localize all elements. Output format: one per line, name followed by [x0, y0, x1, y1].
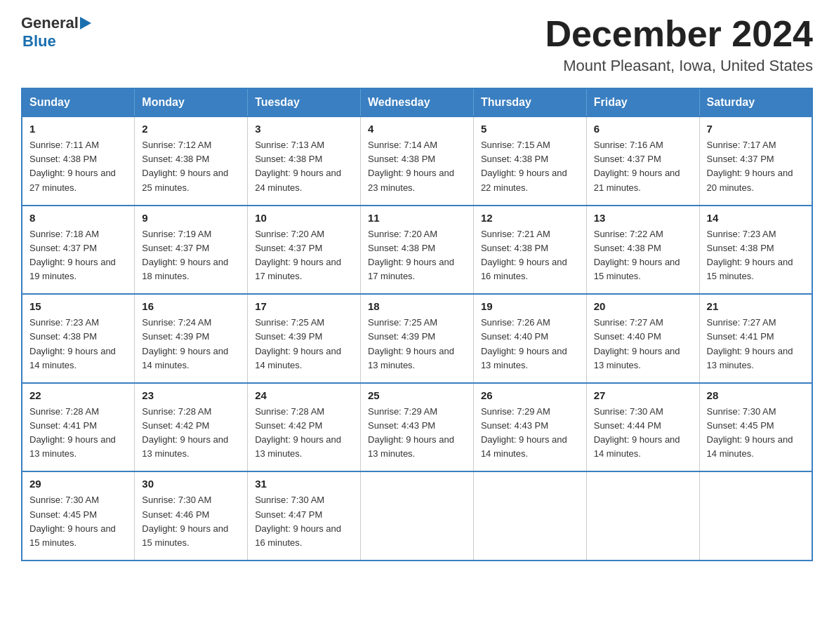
- day-number: 29: [29, 478, 127, 490]
- calendar-subtitle: Mount Pleasant, Iowa, United States: [545, 57, 813, 75]
- calendar-title: December 2024: [545, 14, 813, 54]
- svg-marker-0: [80, 17, 91, 29]
- day-info: Sunrise: 7:29 AMSunset: 4:43 PMDaylight:…: [368, 405, 466, 462]
- day-number: 23: [142, 389, 240, 401]
- day-info: Sunrise: 7:25 AMSunset: 4:39 PMDaylight:…: [255, 316, 353, 373]
- day-info: Sunrise: 7:23 AMSunset: 4:38 PMDaylight:…: [707, 227, 805, 284]
- day-number: 24: [255, 389, 353, 401]
- page-header: General Blue December 2024 Mount Pleasan…: [21, 14, 813, 75]
- calendar-cell: 3 Sunrise: 7:13 AMSunset: 4:38 PMDayligh…: [248, 116, 361, 206]
- day-number: 13: [594, 212, 692, 224]
- day-number: 4: [368, 123, 466, 135]
- calendar-cell: 29 Sunrise: 7:30 AMSunset: 4:45 PMDaylig…: [22, 471, 135, 561]
- day-info: Sunrise: 7:11 AMSunset: 4:38 PMDaylight:…: [29, 138, 127, 195]
- calendar-week-row: 29 Sunrise: 7:30 AMSunset: 4:45 PMDaylig…: [22, 471, 812, 561]
- day-info: Sunrise: 7:30 AMSunset: 4:46 PMDaylight:…: [142, 493, 240, 550]
- day-info: Sunrise: 7:30 AMSunset: 4:45 PMDaylight:…: [707, 405, 805, 462]
- calendar-cell: 24 Sunrise: 7:28 AMSunset: 4:42 PMDaylig…: [248, 383, 361, 472]
- calendar-cell: 27 Sunrise: 7:30 AMSunset: 4:44 PMDaylig…: [586, 383, 699, 472]
- calendar-cell: 19 Sunrise: 7:26 AMSunset: 4:40 PMDaylig…: [473, 294, 586, 383]
- day-info: Sunrise: 7:30 AMSunset: 4:47 PMDaylight:…: [255, 493, 353, 550]
- calendar-cell: 9 Sunrise: 7:19 AMSunset: 4:37 PMDayligh…: [135, 206, 248, 295]
- day-number: 6: [594, 123, 692, 135]
- day-info: Sunrise: 7:14 AMSunset: 4:38 PMDaylight:…: [368, 138, 466, 195]
- weekday-header-row: SundayMondayTuesdayWednesdayThursdayFrid…: [22, 88, 812, 116]
- calendar-cell: 16 Sunrise: 7:24 AMSunset: 4:39 PMDaylig…: [135, 294, 248, 383]
- calendar-cell: 7 Sunrise: 7:17 AMSunset: 4:37 PMDayligh…: [699, 116, 812, 206]
- day-info: Sunrise: 7:28 AMSunset: 4:42 PMDaylight:…: [142, 405, 240, 462]
- calendar-cell: 28 Sunrise: 7:30 AMSunset: 4:45 PMDaylig…: [699, 383, 812, 472]
- day-info: Sunrise: 7:20 AMSunset: 4:38 PMDaylight:…: [368, 227, 466, 284]
- day-number: 30: [142, 478, 240, 490]
- calendar-cell: 2 Sunrise: 7:12 AMSunset: 4:38 PMDayligh…: [135, 116, 248, 206]
- day-number: 31: [255, 478, 353, 490]
- day-info: Sunrise: 7:21 AMSunset: 4:38 PMDaylight:…: [481, 227, 579, 284]
- calendar-cell: [699, 471, 812, 561]
- calendar-cell: 18 Sunrise: 7:25 AMSunset: 4:39 PMDaylig…: [361, 294, 474, 383]
- day-info: Sunrise: 7:18 AMSunset: 4:37 PMDaylight:…: [29, 227, 127, 284]
- day-info: Sunrise: 7:13 AMSunset: 4:38 PMDaylight:…: [255, 138, 353, 195]
- calendar-cell: 30 Sunrise: 7:30 AMSunset: 4:46 PMDaylig…: [135, 471, 248, 561]
- day-info: Sunrise: 7:26 AMSunset: 4:40 PMDaylight:…: [481, 316, 579, 373]
- day-info: Sunrise: 7:28 AMSunset: 4:42 PMDaylight:…: [255, 405, 353, 462]
- day-number: 19: [481, 300, 579, 312]
- day-number: 27: [594, 389, 692, 401]
- day-number: 28: [707, 389, 805, 401]
- day-number: 22: [29, 389, 127, 401]
- day-info: Sunrise: 7:12 AMSunset: 4:38 PMDaylight:…: [142, 138, 240, 195]
- day-number: 7: [707, 123, 805, 135]
- day-number: 10: [255, 212, 353, 224]
- calendar-week-row: 1 Sunrise: 7:11 AMSunset: 4:38 PMDayligh…: [22, 116, 812, 206]
- calendar-cell: 22 Sunrise: 7:28 AMSunset: 4:41 PMDaylig…: [22, 383, 135, 472]
- logo-general-text: General: [21, 14, 79, 32]
- calendar-cell: 5 Sunrise: 7:15 AMSunset: 4:38 PMDayligh…: [473, 116, 586, 206]
- calendar-title-area: December 2024 Mount Pleasant, Iowa, Unit…: [545, 14, 813, 75]
- calendar-cell: [586, 471, 699, 561]
- day-number: 8: [29, 212, 127, 224]
- day-number: 9: [142, 212, 240, 224]
- day-number: 16: [142, 300, 240, 312]
- day-info: Sunrise: 7:16 AMSunset: 4:37 PMDaylight:…: [594, 138, 692, 195]
- day-info: Sunrise: 7:23 AMSunset: 4:38 PMDaylight:…: [29, 316, 127, 373]
- day-info: Sunrise: 7:22 AMSunset: 4:38 PMDaylight:…: [594, 227, 692, 284]
- day-number: 11: [368, 212, 466, 224]
- calendar-week-row: 8 Sunrise: 7:18 AMSunset: 4:37 PMDayligh…: [22, 206, 812, 295]
- day-info: Sunrise: 7:20 AMSunset: 4:37 PMDaylight:…: [255, 227, 353, 284]
- calendar-cell: 17 Sunrise: 7:25 AMSunset: 4:39 PMDaylig…: [248, 294, 361, 383]
- calendar-cell: 13 Sunrise: 7:22 AMSunset: 4:38 PMDaylig…: [586, 206, 699, 295]
- day-number: 14: [707, 212, 805, 224]
- logo-blue-text: Blue: [22, 32, 93, 51]
- day-number: 12: [481, 212, 579, 224]
- calendar-cell: 14 Sunrise: 7:23 AMSunset: 4:38 PMDaylig…: [699, 206, 812, 295]
- calendar-cell: 20 Sunrise: 7:27 AMSunset: 4:40 PMDaylig…: [586, 294, 699, 383]
- day-info: Sunrise: 7:19 AMSunset: 4:37 PMDaylight:…: [142, 227, 240, 284]
- day-info: Sunrise: 7:25 AMSunset: 4:39 PMDaylight:…: [368, 316, 466, 373]
- calendar-cell: 25 Sunrise: 7:29 AMSunset: 4:43 PMDaylig…: [361, 383, 474, 472]
- day-info: Sunrise: 7:27 AMSunset: 4:41 PMDaylight:…: [707, 316, 805, 373]
- day-number: 5: [481, 123, 579, 135]
- day-number: 17: [255, 300, 353, 312]
- calendar-cell: 26 Sunrise: 7:29 AMSunset: 4:43 PMDaylig…: [473, 383, 586, 472]
- weekday-header-monday: Monday: [135, 88, 248, 116]
- day-number: 20: [594, 300, 692, 312]
- day-info: Sunrise: 7:30 AMSunset: 4:44 PMDaylight:…: [594, 405, 692, 462]
- day-number: 25: [368, 389, 466, 401]
- calendar-cell: [473, 471, 586, 561]
- day-number: 2: [142, 123, 240, 135]
- calendar-cell: 11 Sunrise: 7:20 AMSunset: 4:38 PMDaylig…: [361, 206, 474, 295]
- calendar-cell: 15 Sunrise: 7:23 AMSunset: 4:38 PMDaylig…: [22, 294, 135, 383]
- day-info: Sunrise: 7:24 AMSunset: 4:39 PMDaylight:…: [142, 316, 240, 373]
- day-number: 3: [255, 123, 353, 135]
- day-info: Sunrise: 7:29 AMSunset: 4:43 PMDaylight:…: [481, 405, 579, 462]
- day-number: 1: [29, 123, 127, 135]
- weekday-header-saturday: Saturday: [699, 88, 812, 116]
- weekday-header-friday: Friday: [586, 88, 699, 116]
- day-info: Sunrise: 7:17 AMSunset: 4:37 PMDaylight:…: [707, 138, 805, 195]
- weekday-header-wednesday: Wednesday: [361, 88, 474, 116]
- day-info: Sunrise: 7:30 AMSunset: 4:45 PMDaylight:…: [29, 493, 127, 550]
- calendar-cell: 12 Sunrise: 7:21 AMSunset: 4:38 PMDaylig…: [473, 206, 586, 295]
- calendar-cell: 10 Sunrise: 7:20 AMSunset: 4:37 PMDaylig…: [248, 206, 361, 295]
- calendar-cell: 4 Sunrise: 7:14 AMSunset: 4:38 PMDayligh…: [361, 116, 474, 206]
- calendar-cell: 1 Sunrise: 7:11 AMSunset: 4:38 PMDayligh…: [22, 116, 135, 206]
- calendar-week-row: 22 Sunrise: 7:28 AMSunset: 4:41 PMDaylig…: [22, 383, 812, 472]
